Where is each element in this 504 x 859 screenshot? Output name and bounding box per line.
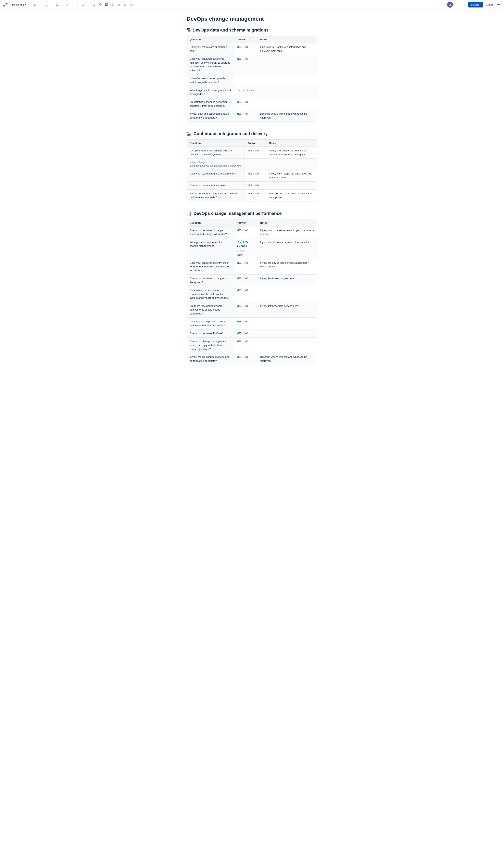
cell-notes: If you selected other or none, please ex…	[257, 238, 317, 259]
cell-answer: YES / NO	[234, 318, 257, 330]
cell-question: Does your team consistently check for ri…	[187, 259, 234, 274]
no-label: NO	[245, 261, 248, 264]
table-row: Can your team make changes without affec…	[187, 147, 317, 159]
emoji-icon: ☺	[118, 3, 120, 6]
cell-question: What triggers schema upgrades and downgr…	[187, 86, 234, 98]
cell-answer: YES / NO	[234, 55, 257, 74]
yes-label: YES	[236, 305, 241, 307]
table-row: Does your team practice a verified and t…	[187, 318, 317, 330]
cell-notes: If no, skip to "Continuous integration a…	[257, 43, 317, 55]
table-row: Does your team automate deployments? YES…	[187, 170, 317, 182]
table-row: Is your team's change management perform…	[187, 353, 317, 365]
bullet-list-icon: ≡	[77, 3, 78, 6]
cell-notes: If yes, list those time periods here.	[257, 302, 317, 318]
cell-answer: YES / NO	[245, 170, 266, 182]
tag-other: OTHER	[236, 249, 254, 253]
cell-question: What process do you use for change manag…	[187, 238, 234, 259]
table-row: Do you have a process to communicate the…	[187, 286, 317, 302]
cell-notes: If yes, which measurements do you use to…	[257, 226, 317, 238]
cell-answer: YES / NO	[234, 110, 257, 122]
plus-collaborator-icon: +	[456, 3, 458, 6]
bold-button[interactable]: B	[32, 2, 37, 8]
cell-answer: YES / NO	[234, 302, 257, 318]
cell-question: Can your team make changes without affec…	[187, 147, 245, 159]
cell-notes: Describe what's working and what can be …	[257, 353, 317, 365]
table-row: Is your continuous integration and deliv…	[187, 190, 317, 201]
no-label: NO	[255, 184, 259, 187]
image-button[interactable]: 🖼	[103, 2, 109, 8]
cell-question: Does your team use hotfixes?	[187, 330, 234, 337]
section-heading-1: 🏗 DevOps data and schema migrations	[187, 28, 317, 33]
ordered-list-button[interactable]: 1≡	[81, 2, 87, 8]
confluence-logo-icon[interactable]	[2, 2, 8, 7]
table-row: Does your team use hotfixes? YES / NO	[187, 330, 317, 337]
cell-answer: YES / NO	[245, 182, 266, 190]
yes-label: YES	[236, 320, 241, 323]
plus-icon: +	[137, 3, 139, 6]
image-icon: 🖼	[105, 3, 108, 6]
answer-placeholder: e.g., out-of-band	[236, 89, 254, 92]
cell-question: Does your team automate deployments?	[187, 170, 245, 182]
table-button[interactable]: ⊞	[122, 2, 128, 8]
train-icon: 🚂	[187, 131, 192, 136]
toolbar-divider-5	[89, 3, 89, 7]
task-button[interactable]: ☑	[91, 2, 97, 8]
table-row: What process do you use for change manag…	[187, 238, 317, 259]
cell-notes: If yes, how does your architecture facil…	[266, 147, 317, 159]
cell-question: Do you have a process to communicate the…	[187, 286, 234, 302]
add-collaborator-button[interactable]: +	[454, 2, 460, 8]
cell-question-placeholder: devops-change-management.body.content.hi…	[187, 159, 245, 170]
toolbar-divider-2	[52, 3, 52, 7]
yes-label: YES	[236, 261, 241, 264]
table-header-row: Question Answer Notes	[187, 36, 317, 43]
mention-button[interactable]: @	[110, 2, 116, 8]
cell-notes	[257, 74, 317, 86]
layout-button[interactable]: ⊟	[128, 2, 135, 8]
align-button[interactable]: ☰	[54, 2, 60, 8]
yes-label: YES	[247, 149, 252, 152]
heading-style-select[interactable]: Heading 2 ▾	[11, 2, 28, 7]
link-button[interactable]: 🔗	[97, 2, 103, 8]
cell-question: Does your team practice a verified and t…	[187, 318, 234, 330]
toolbar-divider-4	[72, 3, 73, 7]
text-color-button[interactable]: A	[64, 2, 70, 8]
cell-question: Does your team use a schema migration ut…	[187, 55, 234, 74]
section-heading-3: 📊 DevOps change management performance	[187, 211, 317, 216]
section-change-mgmt-performance: 📊 DevOps change management performance Q…	[187, 211, 317, 365]
answer-separator: /	[254, 149, 255, 152]
text-format-group: B I ...	[32, 2, 50, 8]
col-header-notes: Notes	[257, 219, 317, 226]
cell-notes	[257, 55, 317, 74]
answer-separator: /	[254, 184, 255, 187]
more-format-button[interactable]: ...	[44, 2, 50, 8]
section-heading-2: 🚂 Continuous integration and delivery	[187, 131, 317, 136]
table-row: Does your change management process comp…	[187, 337, 317, 353]
answer-separator: /	[243, 305, 244, 307]
yes-label: YES	[236, 229, 241, 232]
table-row: Are database changes performed separatel…	[187, 98, 317, 110]
chart-icon: 📊	[187, 211, 192, 216]
mention-icon: @	[111, 3, 114, 6]
section-ci-cd: 🚂 Continuous integration and delivery Qu…	[187, 131, 317, 201]
publish-button[interactable]: Publish	[468, 2, 483, 7]
templates-button[interactable]: 📄	[461, 2, 467, 8]
answer-separator: /	[243, 261, 244, 264]
cell-notes	[266, 182, 317, 190]
table-icon: ⊞	[124, 3, 126, 6]
cell-notes: Describe what's working and what can be …	[266, 190, 317, 201]
answer-separator: /	[243, 112, 244, 115]
table-row: devops-change-management.body.content.hi…	[187, 159, 317, 170]
table-row: Does your team automate tests? YES / NO	[187, 182, 317, 190]
page-title: DevOps change management	[187, 16, 317, 22]
cell-answer: YES / NO	[234, 286, 257, 302]
bullet-list-button[interactable]: ≡	[74, 2, 80, 8]
italic-button[interactable]: I	[38, 2, 44, 8]
layout-icon: ⊟	[130, 3, 133, 6]
avatar[interactable]: CK	[447, 2, 453, 8]
more-insert-button[interactable]: +	[135, 2, 141, 8]
emoji-button[interactable]: ☺	[116, 2, 122, 8]
more-options-button[interactable]: •••	[495, 2, 502, 7]
close-button[interactable]: Close	[484, 2, 494, 7]
cell-answer: YES / NO	[234, 259, 257, 274]
no-label: NO	[245, 332, 248, 335]
